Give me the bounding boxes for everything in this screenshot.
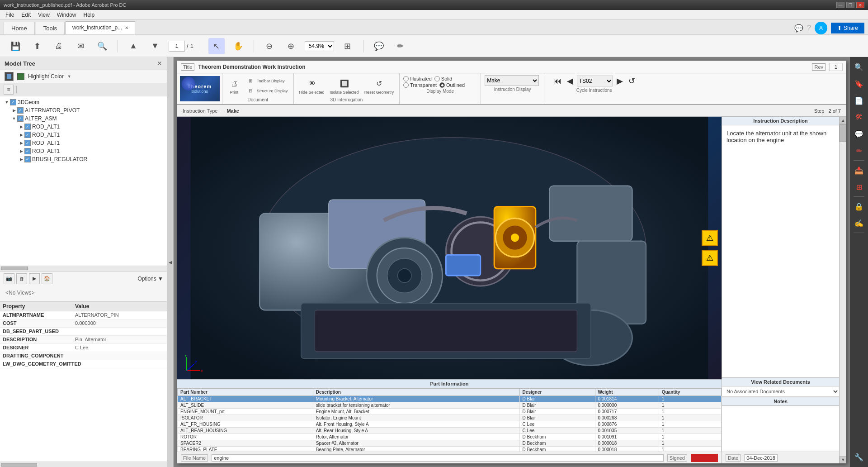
- tree-horizontal-scrollbar[interactable]: [0, 266, 167, 271]
- toolbar-display-button[interactable]: ⊞ Toolbar Display: [244, 76, 290, 86]
- sidebar-icon-export[interactable]: 📤: [851, 162, 867, 178]
- restore-button[interactable]: ❐: [846, 2, 854, 8]
- properties-scrollable[interactable]: ALTMPARTNAME ALTERNATOR_PIN COST 0.00000…: [0, 311, 167, 462]
- sidebar-icon-edit-pdf[interactable]: ✏: [851, 143, 867, 159]
- list-item[interactable]: ▶ ROD_ALT1: [0, 123, 167, 131]
- close-button[interactable]: ✕: [856, 2, 864, 8]
- tab-home[interactable]: Home: [4, 22, 35, 34]
- illustrated-radio[interactable]: Illustrated: [403, 76, 432, 81]
- table-row[interactable]: BEARING_PLATE Bearing Plate, Alternator …: [178, 447, 722, 452]
- help-icon[interactable]: ?: [807, 24, 811, 32]
- part-table-scroll[interactable]: Part Number Description Designer Weight …: [177, 388, 722, 452]
- scroll-up-button[interactable]: ▲: [840, 117, 846, 124]
- outlined-radio-dot[interactable]: [439, 82, 445, 88]
- illustrated-radio-dot[interactable]: [403, 76, 409, 81]
- view-mode-icon[interactable]: [5, 72, 14, 81]
- table-row[interactable]: ENGINE_MOUNT_prt Engine Mount, Alt. Brac…: [178, 409, 722, 415]
- table-row[interactable]: ROTOR Rotor, Alternator D Beckham 0.0010…: [178, 434, 722, 440]
- solid-radio[interactable]: Solid: [434, 76, 452, 81]
- zoom-select[interactable]: 54.9% 25% 50% 75% 100% 150%: [305, 41, 334, 51]
- hand-tool-button[interactable]: ✋: [230, 38, 246, 54]
- user-avatar[interactable]: A: [815, 22, 827, 34]
- menu-edit[interactable]: Edit: [18, 11, 34, 19]
- minimize-button[interactable]: —: [836, 2, 844, 8]
- cycle-select[interactable]: TS02: [577, 76, 613, 86]
- tree-content[interactable]: ▼ 3DGeom ▶ ALTERNATOR_PIVOT ▼ ALTER_ASM …: [0, 96, 167, 266]
- upload-button[interactable]: ⬆: [29, 38, 45, 54]
- tree-expander[interactable]: ▶: [18, 156, 24, 162]
- list-item[interactable]: ▶ BRUSH_REGULATOR: [0, 155, 167, 163]
- table-row[interactable]: ALT_FR_HOUSING Alt. Front Housing, Style…: [178, 421, 722, 428]
- tree-item-checkbox[interactable]: [17, 115, 24, 122]
- tab-close-button[interactable]: ✕: [125, 25, 128, 30]
- prev-page-button[interactable]: ▲: [125, 38, 142, 54]
- table-row[interactable]: ALT_REAR_HOUSING Alt. Rear Housing, Styl…: [178, 428, 722, 434]
- make-select[interactable]: Make: [485, 75, 539, 86]
- menu-help[interactable]: Help: [80, 11, 99, 19]
- chat-icon[interactable]: 💬: [794, 24, 803, 33]
- scroll-down-button[interactable]: ▼: [840, 456, 846, 463]
- play-view-button[interactable]: ▶: [29, 273, 40, 284]
- sidebar-icon-search[interactable]: 🔍: [851, 59, 867, 75]
- sidebar-icon-organize[interactable]: ⊞: [851, 179, 867, 195]
- list-item[interactable]: ▶ ROD_ALT1: [0, 147, 167, 155]
- menu-view[interactable]: View: [34, 11, 53, 19]
- tree-item-checkbox[interactable]: [24, 140, 31, 146]
- table-row[interactable]: SPACER2 Spacer #2, Alternator D Beckham …: [178, 440, 722, 447]
- tree-item-checkbox[interactable]: [24, 124, 31, 130]
- related-documents-select[interactable]: No Associated Documents: [722, 386, 839, 397]
- scrollbar-track[interactable]: [840, 124, 846, 456]
- scrollbar-thumb[interactable]: [840, 124, 846, 142]
- tree-expander[interactable]: ▶: [18, 132, 24, 138]
- delete-view-button[interactable]: 🗑: [16, 273, 27, 284]
- list-item[interactable]: ▶ ROD_ALT1: [0, 139, 167, 147]
- page-input[interactable]: [169, 41, 185, 52]
- color-swatch[interactable]: [17, 73, 24, 80]
- model-tree-close-button[interactable]: ✕: [157, 60, 162, 67]
- fit-page-button[interactable]: ⊞: [340, 38, 356, 54]
- cycle-refresh-button[interactable]: ↺: [627, 75, 637, 87]
- list-item[interactable]: ▶ ROD_ALT1: [0, 131, 167, 139]
- save-button[interactable]: 💾: [7, 38, 24, 54]
- tree-item-checkbox[interactable]: [24, 156, 31, 162]
- menu-file[interactable]: File: [2, 11, 18, 19]
- table-row[interactable]: ISOLATOR Isolator, Engine Mount D Blair …: [178, 415, 722, 421]
- 3d-viewport[interactable]: ⚠ ⚠ X Y Z: [177, 117, 722, 379]
- highlight-color-dropdown-icon[interactable]: ▼: [67, 74, 71, 79]
- zoom-out-button[interactable]: ⊖: [261, 38, 278, 54]
- home-view-button[interactable]: 🏠: [42, 273, 52, 284]
- tree-item-checkbox[interactable]: [24, 148, 31, 154]
- list-item[interactable]: ▶ ALTERNATOR_PIVOT: [0, 106, 167, 114]
- isolate-selected-button[interactable]: 🔲 Isolate Selected: [328, 76, 361, 95]
- solid-radio-dot[interactable]: [434, 76, 440, 81]
- structure-display-button[interactable]: ⊟ Structure Display: [244, 86, 290, 95]
- add-view-button[interactable]: 📷: [4, 273, 14, 284]
- comment-button[interactable]: 💬: [371, 38, 387, 54]
- sidebar-icon-tools[interactable]: 🛠: [851, 109, 867, 125]
- tree-expander[interactable]: ▶: [11, 107, 17, 114]
- select-tool-button[interactable]: ↖: [208, 38, 225, 54]
- print-button[interactable]: 🖨: [51, 38, 67, 54]
- outlined-radio[interactable]: Outlined: [439, 82, 465, 88]
- sidebar-icon-sign[interactable]: ✍: [851, 215, 867, 231]
- cycle-first-button[interactable]: ⏮: [552, 76, 563, 87]
- table-row[interactable]: ALT_SLIDE slide bracket for tensioning a…: [178, 402, 722, 409]
- pen-button[interactable]: ✏: [392, 38, 409, 54]
- tab-tools[interactable]: Tools: [36, 22, 65, 34]
- properties-scrollbar-thumb[interactable]: [1, 463, 37, 467]
- zoom-in-button[interactable]: ⊕: [283, 38, 299, 54]
- cycle-next-button[interactable]: ▶: [615, 75, 625, 87]
- email-button[interactable]: ✉: [72, 38, 89, 54]
- reset-geometry-button[interactable]: ↺ Reset Geometry: [363, 76, 396, 95]
- search-button[interactable]: 🔍: [94, 38, 110, 54]
- tree-item-checkbox[interactable]: [17, 107, 24, 114]
- tree-expander[interactable]: ▼: [11, 115, 17, 122]
- table-row[interactable]: ALT_BRACKET Mounting Bracket, Alternator…: [178, 396, 722, 402]
- properties-horizontal-scrollbar[interactable]: [0, 462, 167, 467]
- sidebar-icon-protect[interactable]: 🔒: [851, 198, 867, 214]
- tree-root-item[interactable]: ▼ 3DGeom: [0, 98, 167, 106]
- tree-expander[interactable]: ▶: [18, 140, 24, 146]
- hide-selected-button[interactable]: 👁 Hide Selected: [297, 76, 326, 95]
- share-button[interactable]: ⬆ Share: [831, 23, 864, 33]
- sidebar-icon-pages[interactable]: 📄: [851, 92, 867, 109]
